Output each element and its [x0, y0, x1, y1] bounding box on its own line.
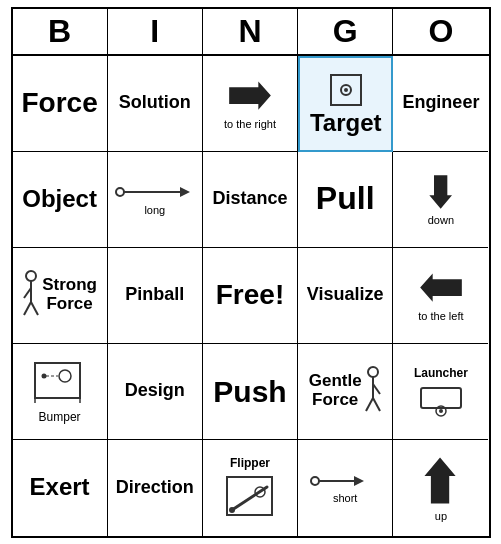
- svg-rect-14: [35, 363, 80, 398]
- cell-r0c0: Force: [13, 56, 108, 152]
- cell-r0c1: Solution: [108, 56, 203, 152]
- bingo-grid: Force Solution to the right Target Engin…: [13, 56, 489, 536]
- arrow-down-icon: [416, 172, 466, 212]
- person-right-icon: [364, 366, 382, 416]
- svg-rect-25: [421, 388, 461, 408]
- svg-point-8: [26, 271, 36, 281]
- target-icon: [326, 70, 366, 110]
- arrow-left-icon: [416, 268, 466, 308]
- cell-r0c3: Target: [298, 56, 393, 152]
- cell-r2c1: Pinball: [108, 248, 203, 344]
- cell-text: Design: [125, 381, 185, 401]
- cell-text: Distance: [212, 189, 287, 209]
- cell-text: Object: [22, 186, 97, 212]
- direction-label: Direction: [116, 478, 194, 498]
- cell-text: Solution: [119, 93, 191, 113]
- free-label: Free!: [216, 280, 284, 311]
- svg-line-22: [373, 384, 380, 394]
- push-label: Push: [213, 375, 286, 408]
- svg-marker-35: [425, 458, 456, 504]
- svg-point-4: [116, 188, 124, 196]
- cell-r3c2: Push: [203, 344, 298, 440]
- cell-text: Pull: [316, 181, 375, 216]
- long-arrow-icon: [115, 182, 195, 202]
- svg-point-27: [439, 409, 443, 413]
- header-row: B I N G O: [13, 9, 489, 56]
- launcher-icon: [416, 383, 466, 418]
- bumper-icon: [30, 358, 90, 408]
- cell-text: Visualize: [307, 285, 384, 305]
- svg-point-30: [229, 507, 235, 513]
- svg-point-3: [344, 88, 348, 92]
- arrow-up-label: up: [435, 510, 447, 522]
- flipper-label: Flipper: [230, 456, 270, 470]
- arrow-right-label: to the right: [224, 118, 276, 130]
- svg-line-12: [31, 302, 38, 315]
- person-left-icon: [22, 270, 40, 320]
- bumper-label: Bumper: [39, 410, 81, 424]
- cell-r3c3: GentleForce: [298, 344, 393, 440]
- cell-r1c1: long: [108, 152, 203, 248]
- header-o: O: [393, 9, 488, 54]
- cell-text: StrongForce: [42, 276, 97, 313]
- arrow-up-icon: [418, 453, 463, 508]
- svg-line-24: [373, 398, 380, 411]
- cell-r4c0: Exert: [13, 440, 108, 536]
- cell-text: Force: [21, 88, 97, 119]
- header-i: I: [108, 9, 203, 54]
- cell-text: Engineer: [402, 93, 479, 113]
- svg-line-23: [366, 398, 373, 411]
- svg-point-32: [311, 477, 319, 485]
- exert-label: Exert: [30, 474, 90, 500]
- arrow-down-label: down: [428, 214, 454, 226]
- svg-point-18: [41, 374, 46, 379]
- header-g: G: [298, 9, 393, 54]
- flipper-icon: [222, 472, 277, 522]
- cell-r4c2: Flipper: [203, 440, 298, 536]
- arrow-left-label: to the left: [418, 310, 463, 322]
- short-arrow-label: short: [333, 492, 357, 504]
- cell-r4c4: up: [393, 440, 488, 536]
- svg-marker-0: [229, 81, 271, 109]
- gentle-force-label: GentleForce: [309, 372, 362, 409]
- cell-r0c2: to the right: [203, 56, 298, 152]
- cell-r2c2: Free!: [203, 248, 298, 344]
- header-b: B: [13, 9, 108, 54]
- launcher-label: Launcher: [414, 366, 468, 380]
- arrow-right-icon: [225, 76, 275, 116]
- cell-r3c4: Launcher: [393, 344, 488, 440]
- cell-r0c4: Engineer: [393, 56, 488, 152]
- svg-marker-34: [354, 476, 364, 486]
- cell-r3c1: Design: [108, 344, 203, 440]
- header-n: N: [203, 9, 298, 54]
- target-label: Target: [310, 110, 382, 136]
- cell-text: Pinball: [125, 285, 184, 305]
- svg-line-29: [232, 487, 267, 510]
- short-arrow-icon: [310, 472, 380, 490]
- cell-r4c3: short: [298, 440, 393, 536]
- cell-r1c2: Distance: [203, 152, 298, 248]
- svg-line-10: [24, 288, 31, 298]
- cell-r1c0: Object: [13, 152, 108, 248]
- svg-marker-7: [429, 175, 452, 208]
- cell-r2c0: StrongForce: [13, 248, 108, 344]
- svg-marker-13: [420, 273, 462, 301]
- svg-line-11: [24, 302, 31, 315]
- svg-point-20: [368, 367, 378, 377]
- long-arrow-label: long: [144, 204, 165, 216]
- bingo-card: B I N G O Force Solution to the right Ta…: [11, 7, 491, 538]
- cell-r3c0: Bumper: [13, 344, 108, 440]
- svg-point-15: [59, 370, 71, 382]
- svg-marker-6: [180, 187, 190, 197]
- cell-r1c4: down: [393, 152, 488, 248]
- cell-r1c3: Pull: [298, 152, 393, 248]
- cell-r2c4: to the left: [393, 248, 488, 344]
- cell-r2c3: Visualize: [298, 248, 393, 344]
- cell-r4c1: Direction: [108, 440, 203, 536]
